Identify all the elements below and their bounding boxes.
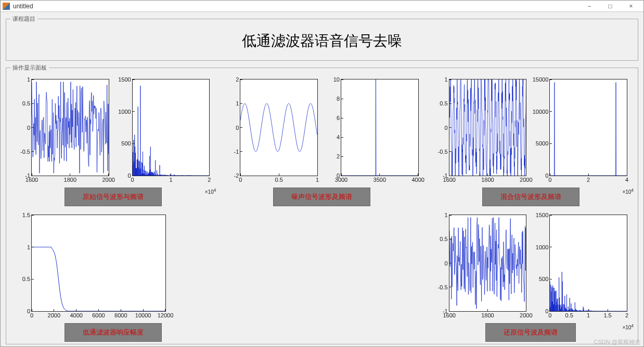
filter-button[interactable]: 低通滤波器响应幅度	[65, 323, 162, 342]
chart-mix-time: -1-0.500.51160018002000	[431, 76, 530, 185]
chart-orig-time: -1-0.500.51160018002000	[14, 76, 112, 185]
page-title: 低通滤波器语音信号去噪	[10, 25, 634, 58]
restored-button[interactable]: 还原信号波及频谱	[485, 323, 576, 342]
chart-filter-resp: 00.511.5020004000600080001000012000	[14, 211, 169, 321]
minimize-button[interactable]: −	[579, 1, 600, 11]
topic-legend: 课程题目	[10, 15, 37, 23]
chart-restored-time: -1-0.500.51160018002000	[431, 211, 530, 321]
noise-button[interactable]: 噪声信号波形及频谱	[273, 188, 370, 206]
chart-noise-freq: 0246810300035004000	[323, 76, 422, 185]
watermark: CSDN @紫极神光	[594, 338, 640, 346]
cell-restored: -1-0.500.51160018002000 05001000150000.5…	[431, 211, 630, 342]
mixed-button[interactable]: 混合信号波形及频谱	[482, 188, 579, 206]
display-group: 操作显示面板 -1-0.500.51160018002000 050010001…	[6, 64, 638, 344]
cell-mixed: -1-0.500.51160018002000 0500010000150000…	[431, 76, 630, 206]
original-button[interactable]: 原始信号波形与频谱	[65, 188, 162, 206]
close-button[interactable]: ×	[621, 1, 641, 11]
topic-group: 课程题目 低通滤波器语音信号去噪	[6, 15, 638, 61]
display-legend: 操作显示面板	[10, 64, 49, 72]
app-icon	[3, 3, 10, 10]
chart-restored-freq: 05001000150000.511.52×104	[532, 211, 630, 321]
cell-original: -1-0.500.51160018002000 050010001500012×…	[14, 76, 213, 206]
window-title: untitled	[13, 3, 579, 10]
maximize-button[interactable]: □	[600, 1, 621, 11]
cell-empty	[222, 211, 421, 342]
chart-mix-freq: 050001000015000024×104	[532, 76, 630, 185]
chart-noise-time: -2-101200.51	[222, 76, 321, 185]
cell-filter: 00.511.5020004000600080001000012000 低通滤波…	[14, 211, 213, 342]
app-window: untitled − □ × 课程题目 低通滤波器语音信号去噪 操作显示面板 -…	[0, 0, 644, 347]
titlebar[interactable]: untitled − □ ×	[1, 1, 643, 12]
cell-noise: -2-101200.51 0246810300035004000 噪声信号波形及…	[222, 76, 421, 206]
chart-orig-freq: 050010001500012×104	[114, 76, 213, 185]
